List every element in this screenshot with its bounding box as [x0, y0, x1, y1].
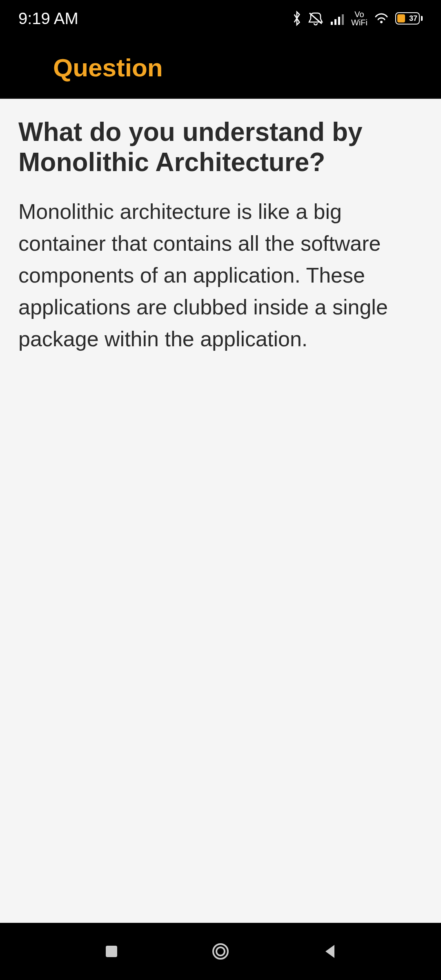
app-header: Question [0, 37, 441, 99]
status-icons: Vo WiFi 37 [292, 10, 423, 27]
home-button[interactable] [204, 935, 237, 968]
battery-icon: 37 [395, 12, 423, 24]
svg-rect-1 [331, 22, 333, 25]
vowifi-line1: Vo [351, 10, 368, 18]
battery-percent: 37 [409, 14, 417, 23]
page-title: Question [53, 53, 163, 82]
status-time: 9:19 AM [18, 9, 78, 28]
bluetooth-icon [292, 11, 302, 26]
answer-text: Monolithic architecture is like a big co… [18, 196, 423, 355]
question-heading: What do you understand by Monolithic Arc… [18, 117, 423, 177]
svg-rect-3 [338, 17, 340, 25]
wifi-icon [373, 12, 390, 25]
mute-icon [308, 11, 324, 26]
recent-apps-button[interactable] [95, 935, 128, 968]
vowifi-line2: WiFi [351, 18, 368, 27]
content-area: What do you understand by Monolithic Arc… [0, 99, 441, 923]
svg-rect-4 [342, 14, 344, 25]
navigation-bar [0, 923, 441, 980]
svg-rect-2 [334, 19, 336, 25]
back-button[interactable] [313, 935, 346, 968]
status-bar: 9:19 AM Vo WiFi [0, 0, 441, 37]
signal-icon [330, 12, 345, 25]
svg-rect-5 [106, 946, 117, 957]
svg-point-6 [213, 944, 228, 959]
vowifi-icon: Vo WiFi [351, 10, 368, 27]
svg-point-7 [216, 947, 225, 956]
